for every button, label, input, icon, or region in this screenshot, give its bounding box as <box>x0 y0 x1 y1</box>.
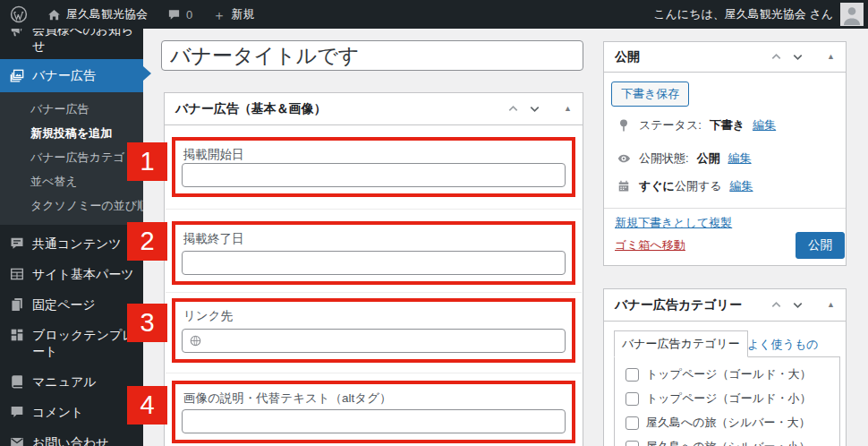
alt-text-input[interactable] <box>182 409 566 433</box>
checkbox-trip-silver-small[interactable] <box>625 441 639 446</box>
metabox-header[interactable]: バナー広告（基本＆画像） ▲ <box>165 93 583 125</box>
category-panel-title: バナー広告カテゴリー <box>615 297 742 313</box>
comments-shortcut[interactable]: 0 <box>157 0 202 29</box>
banner-images-icon <box>9 68 25 84</box>
field-start-date-annotation-box: 掲載開始日 <box>172 137 575 197</box>
sidebar-item-label: 共通コンテンツ <box>32 236 122 252</box>
status-row: ステータス: 下書き 編集 <box>617 117 776 133</box>
visibility-value: 公開 <box>697 150 720 167</box>
publish-button[interactable]: 公開 <box>796 232 845 259</box>
duplicate-draft-link[interactable]: 新規下書きとして複製 <box>615 215 732 231</box>
category-label: トップページ（ゴールド・小） <box>646 390 811 407</box>
schedule-value: すぐに <box>639 179 675 193</box>
move-to-trash-link[interactable]: ゴミ箱へ移動 <box>615 237 685 253</box>
annotation-badge-1: 1 <box>127 142 167 181</box>
pages-icon <box>9 296 25 313</box>
submenu-item-banner-categories[interactable]: バナー広告カテゴリー <box>0 145 143 169</box>
category-panel-header[interactable]: バナー広告カテゴリー ▲ <box>604 289 846 322</box>
collapse-toggle-icon[interactable]: ▲ <box>564 105 572 113</box>
annotation-badge-3: 3 <box>127 304 167 342</box>
sidebar-item-contact[interactable]: お問い合わせ <box>0 427 143 446</box>
save-draft-button[interactable]: 下書き保存 <box>611 81 689 107</box>
schedule-row: すぐに公開する 編集 <box>617 178 753 194</box>
row-separator <box>166 373 582 373</box>
publish-panel-handles: ▲ <box>770 50 835 64</box>
category-label: 屋久島への旅（シルバー・小） <box>646 439 811 446</box>
annotation-badge-4: 4 <box>127 386 167 425</box>
sidebar-item-member-notice[interactable]: 会員様へのお知らせ <box>0 29 143 59</box>
publish-panel-title: 公開 <box>615 49 640 65</box>
pin-icon <box>617 118 631 133</box>
metabox-title: バナー広告（基本＆画像） <box>175 101 327 117</box>
category-item[interactable]: トップページ（ゴールド・大） <box>625 366 839 382</box>
checkbox-top-gold-small[interactable] <box>625 392 639 406</box>
publish-panel-header[interactable]: 公開 ▲ <box>604 42 846 73</box>
calendar-icon <box>617 179 631 193</box>
checkbox-trip-silver-large[interactable] <box>625 416 639 430</box>
move-down-button[interactable] <box>528 102 541 116</box>
schedule-label: 公開する <box>675 179 722 193</box>
collapse-toggle-icon[interactable]: ▲ <box>827 53 835 61</box>
move-up-button[interactable] <box>770 50 783 64</box>
move-down-button[interactable] <box>791 50 804 64</box>
move-up-button[interactable] <box>770 298 783 312</box>
mail-icon <box>9 434 25 446</box>
field-link-url-annotation-box: リンク先 <box>172 298 575 363</box>
banner-category-panel: バナー広告カテゴリー ▲ バナー広告カテゴリー よく使うもの トップページ（ゴー… <box>603 288 847 446</box>
status-label: ステータス: <box>639 117 702 133</box>
collapse-toggle-icon[interactable]: ▲ <box>827 301 835 309</box>
category-item[interactable]: 屋久島への旅（シルバー・大） <box>625 415 839 431</box>
active-menu-arrow <box>143 66 158 81</box>
edit-visibility-link[interactable]: 編集 <box>728 150 752 167</box>
submenu-item-reorder[interactable]: 並べ替え <box>0 169 143 193</box>
link-url-label: リンク先 <box>183 308 233 324</box>
edit-status-link[interactable]: 編集 <box>753 117 776 133</box>
wordpress-logo-menu[interactable] <box>0 0 38 29</box>
user-greeting[interactable]: こんにちは、屋久島観光協会 さん <box>653 6 833 22</box>
link-url-input[interactable] <box>182 329 566 353</box>
sidebar-item-manual[interactable]: マニュアル <box>0 366 143 397</box>
category-item[interactable]: トップページ（ゴールド・小） <box>625 390 839 407</box>
edit-schedule-link[interactable]: 編集 <box>730 178 753 194</box>
sidebar-item-label: お問い合わせ <box>32 434 108 446</box>
sidebar-menu-list: 共通コンテンツ サイト基本パーツ 固定ページ ブロックテンプレート <box>0 225 143 446</box>
chat-lines-icon <box>9 236 25 252</box>
visit-site-link[interactable]: 屋久島観光協会 <box>38 0 157 29</box>
checkbox-top-gold-large[interactable] <box>625 368 639 382</box>
visibility-row: 公開状態: 公開 編集 <box>617 150 752 167</box>
category-label: 屋久島への旅（シルバー・大） <box>646 415 811 431</box>
avatar[interactable] <box>840 3 864 26</box>
post-title-input[interactable] <box>161 40 583 71</box>
category-panel-handles: ▲ <box>770 298 835 312</box>
category-item[interactable]: 屋久島への旅（シルバー・小） <box>625 439 839 446</box>
alt-text-label: 画像の説明・代替テキスト（altタグ） <box>183 390 391 407</box>
sidebar-item-pages[interactable]: 固定ページ <box>0 289 143 320</box>
comments-count: 0 <box>186 8 192 21</box>
move-up-button[interactable] <box>506 102 520 116</box>
wordpress-admin-screen: 屋久島観光協会 0 ＋ 新規 こんにちは、屋久島観光協会 さん <box>0 0 868 446</box>
new-label: 新規 <box>231 6 254 22</box>
globe-icon <box>189 334 202 347</box>
tab-most-used[interactable]: よく使うもの <box>747 337 819 353</box>
sidebar-item-site-parts[interactable]: サイト基本パーツ <box>0 259 143 289</box>
row-separator <box>166 292 582 293</box>
home-icon <box>47 8 61 21</box>
new-content-menu[interactable]: ＋ 新規 <box>202 0 264 29</box>
site-name: 屋久島観光協会 <box>66 6 148 22</box>
move-down-button[interactable] <box>791 298 804 312</box>
sidebar-item-banner-ads[interactable]: バナー広告 <box>0 59 143 92</box>
submenu-item-banner-list[interactable]: バナー広告 <box>0 97 143 121</box>
end-date-input[interactable] <box>182 251 566 275</box>
start-date-input[interactable] <box>182 163 566 187</box>
grid-table-icon <box>9 266 25 282</box>
metabox-handles: ▲ <box>506 102 572 116</box>
category-label: トップページ（ゴールド・大） <box>646 366 811 382</box>
tab-all-categories[interactable]: バナー広告カテゴリー <box>614 330 748 357</box>
row-separator <box>166 209 582 210</box>
submenu-item-add-new[interactable]: 新規投稿を追加 <box>0 121 143 145</box>
submenu-item-taxonomy-order[interactable]: タクソノミーの並び順 <box>0 193 143 218</box>
sidebar-item-block-template[interactable]: ブロックテンプレート <box>0 320 143 366</box>
sidebar-item-comments[interactable]: コメント <box>0 397 143 427</box>
sidebar-item-label: コメント <box>32 404 83 420</box>
sidebar-item-shared-content[interactable]: 共通コンテンツ <box>0 228 143 259</box>
